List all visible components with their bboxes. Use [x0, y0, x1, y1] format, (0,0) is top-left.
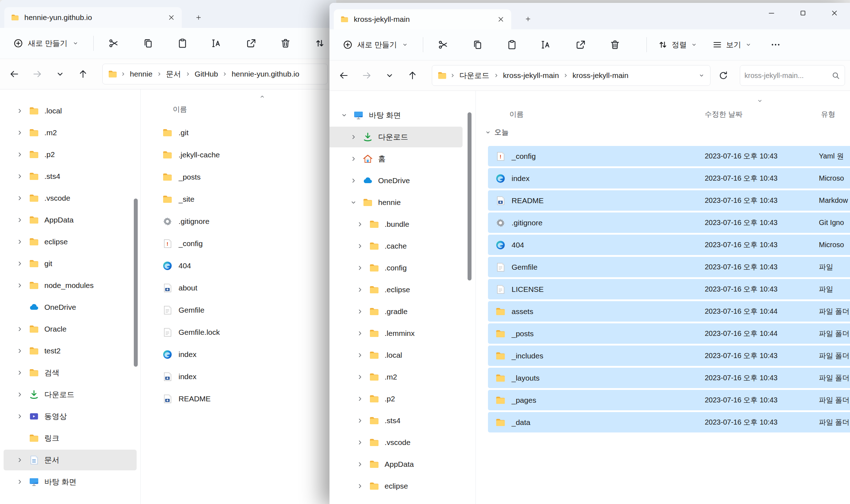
chevron-right-icon[interactable] [356, 460, 364, 468]
file-row-item-_data[interactable]: _data2023-07-16 오후 10:43파일 폴더 [488, 412, 850, 432]
maximize-button[interactable] [787, 3, 819, 23]
file-row-item-README[interactable]: README2023-07-16 오후 10:43Markdow [488, 190, 850, 211]
sidebar-item-.vscode[interactable]: .vscode [4, 188, 137, 209]
group-header-today[interactable]: 오늘 [484, 127, 509, 137]
sidebar-item-AppData[interactable]: AppData [4, 210, 137, 230]
chevron-right-icon[interactable] [356, 395, 364, 403]
chevron-right-icon[interactable] [356, 329, 364, 337]
sidebar-item-바탕-화면[interactable]: 바탕 화면 [4, 471, 137, 492]
chevron-right-icon[interactable] [356, 439, 364, 446]
chevron-right-icon[interactable] [16, 238, 24, 246]
file-row-item-_site[interactable]: _site [141, 189, 336, 209]
sidebar-item-eclipse[interactable]: eclipse [4, 231, 137, 252]
file-row-item-index[interactable]: index [141, 366, 336, 387]
tree-item-.cache[interactable]: .cache [329, 236, 463, 256]
sidebar-item-.m2[interactable]: .m2 [4, 122, 137, 143]
chevron-right-icon[interactable] [350, 155, 357, 163]
minimize-button[interactable] [756, 3, 787, 23]
chevron-right-icon[interactable] [16, 325, 24, 333]
sort-button[interactable]: 정렬 [655, 36, 700, 53]
file-row-item-assets[interactable]: assets2023-07-16 오후 10:44파일 폴더 [488, 301, 850, 322]
tree-item-.local[interactable]: .local [329, 345, 463, 366]
breadcrumb-segment[interactable]: kross-jekyll-main [500, 70, 562, 81]
chevron-right-icon[interactable] [350, 133, 357, 141]
chevron-right-icon[interactable] [356, 264, 364, 272]
file-row-item-_posts[interactable]: _posts [141, 167, 336, 187]
more-options-button[interactable] [764, 34, 787, 55]
column-header-name[interactable]: 이름 [509, 109, 524, 119]
forward-button[interactable] [28, 65, 47, 83]
rename-button[interactable] [205, 33, 228, 54]
file-row-item-404[interactable]: 4042023-07-16 오후 10:43Microso [488, 235, 850, 255]
tree-item-.sts4[interactable]: .sts4 [329, 410, 463, 431]
chevron-right-icon[interactable] [356, 220, 364, 228]
new-button[interactable]: 새로 만들기 [339, 36, 412, 54]
new-button[interactable]: 새로 만들기 [9, 34, 83, 52]
tree-item-.vscode[interactable]: .vscode [329, 432, 463, 453]
file-row-item-.git[interactable]: .git [141, 122, 336, 143]
new-tab-button[interactable] [521, 11, 536, 26]
sidebar-item-동영상[interactable]: 동영상 [4, 406, 137, 427]
cut-button[interactable] [102, 33, 125, 54]
file-row-item-Gemfile[interactable]: Gemfile [141, 300, 336, 320]
close-button[interactable] [819, 3, 850, 23]
breadcrumb-segment[interactable]: 문서 [163, 68, 184, 80]
tree-item-.gradle[interactable]: .gradle [329, 301, 463, 322]
column-header-name[interactable]: 이름 [173, 104, 187, 114]
tab-hennie-yun-github-io[interactable]: hennie-yun.github.io [4, 7, 182, 28]
breadcrumb-segment[interactable]: hennie [127, 68, 155, 80]
cut-button[interactable] [432, 34, 455, 55]
tab-close-icon[interactable] [167, 14, 175, 21]
forward-button[interactable] [357, 66, 376, 85]
paste-button[interactable] [171, 33, 194, 54]
chevron-right-icon[interactable] [16, 369, 24, 377]
chevron-right-icon[interactable] [16, 172, 24, 180]
sidebar-item-.local[interactable]: .local [4, 101, 137, 121]
tree-item-홈[interactable]: 홈 [329, 148, 463, 169]
file-row-item-README[interactable]: README [141, 388, 336, 409]
file-row-item-_config[interactable]: !_config [141, 233, 336, 254]
sidebar-item-링크[interactable]: 링크 [4, 428, 137, 449]
chevron-right-icon[interactable] [16, 282, 24, 289]
tree-item-.lemminx[interactable]: .lemminx [329, 323, 463, 344]
recent-locations-button[interactable] [380, 66, 399, 85]
refresh-button[interactable] [714, 66, 733, 85]
chevron-right-icon[interactable] [356, 242, 364, 250]
breadcrumb-segment[interactable]: hennie-yun.github.io [229, 68, 302, 80]
tree-item-바탕-화면[interactable]: 바탕 화면 [329, 105, 463, 126]
up-button[interactable] [403, 66, 422, 85]
file-row-item-about[interactable]: about [141, 278, 336, 298]
chevron-down-icon[interactable] [350, 199, 357, 206]
back-button[interactable] [334, 66, 353, 85]
search-input[interactable]: kross-jekyll-main... [740, 65, 845, 86]
chevron-right-icon[interactable] [356, 482, 364, 490]
chevron-right-icon[interactable] [16, 194, 24, 202]
delete-button[interactable] [274, 33, 297, 54]
tree-item-hennie[interactable]: hennie [329, 192, 463, 213]
sidebar-item-OneDrive[interactable]: OneDrive [4, 297, 137, 318]
rename-button[interactable] [535, 34, 558, 55]
chevron-down-icon[interactable] [340, 111, 348, 119]
file-row-item-LICENSE[interactable]: LICENSE2023-07-16 오후 10:43파일 [488, 279, 850, 299]
file-row-item-_pages[interactable]: _pages2023-07-16 오후 10:43파일 폴더 [488, 390, 850, 410]
chevron-right-icon[interactable] [356, 417, 364, 425]
back-button[interactable] [5, 65, 24, 83]
sidebar-item-다운로드[interactable]: 다운로드 [4, 384, 137, 405]
sidebar-item-문서[interactable]: 문서 [4, 450, 137, 470]
sidebar-item-git[interactable]: git [4, 253, 137, 274]
breadcrumb[interactable]: 다운로드kross-jekyll-mainkross-jekyll-main [432, 65, 710, 86]
sidebar-item-검색[interactable]: 검색 [4, 362, 137, 383]
tree-item-eclipse[interactable]: eclipse [329, 476, 463, 496]
chevron-right-icon[interactable] [356, 373, 364, 381]
chevron-right-icon[interactable] [16, 347, 24, 355]
chevron-right-icon[interactable] [16, 216, 24, 224]
recent-locations-button[interactable] [51, 65, 69, 83]
breadcrumb-segment[interactable]: GitHub [192, 68, 221, 80]
tree-item-.m2[interactable]: .m2 [329, 367, 463, 387]
chevron-right-icon[interactable] [16, 151, 24, 158]
chevron-right-icon[interactable] [16, 129, 24, 137]
tree-item-AppData[interactable]: AppData [329, 454, 463, 475]
file-row-item-index[interactable]: index [141, 344, 336, 364]
file-row-item-_posts[interactable]: _posts2023-07-16 오후 10:44파일 폴더 [488, 323, 850, 344]
tab-kross-jekyll-main[interactable]: kross-jekyll-main [334, 9, 511, 29]
